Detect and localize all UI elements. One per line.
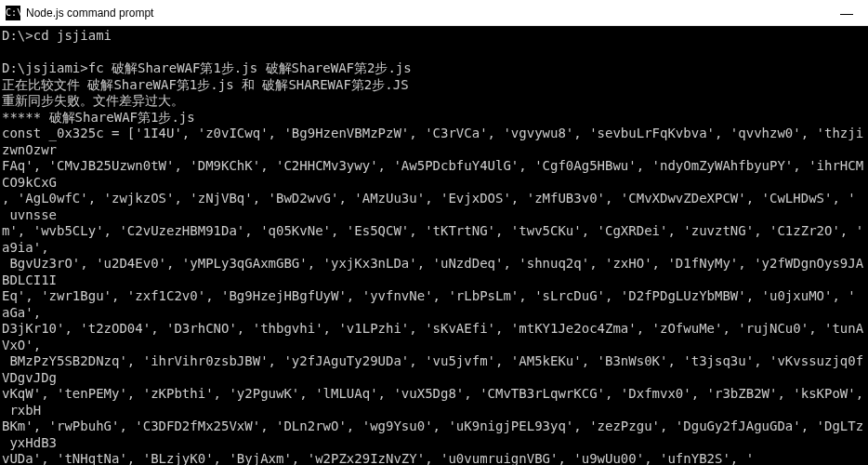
- window-controls: —: [825, 0, 868, 25]
- terminal-line: rxbH: [2, 403, 868, 419]
- terminal-line: FAq', 'CMvJB25Uzwn0tW', 'DM9KChK', 'C2HH…: [2, 158, 868, 175]
- terminal-line: D3jKr10', 't2zOD04', 'D3rhCNO', 'thbgvhi…: [2, 321, 868, 338]
- terminal-line: BMzPzY5SB2DNzq', 'ihrVihr0zsbJBW', 'y2fJ…: [2, 353, 868, 370]
- minimize-button[interactable]: —: [825, 0, 868, 25]
- terminal-line: CO9kCxG: [2, 175, 868, 192]
- terminal-line: vUDa', 'tNHqtNa', 'BLzjyK0', 'ByjAxm', '…: [2, 451, 868, 465]
- terminal-line: 正在比较文件 破解ShareWAF第1步.js 和 破解SHAREWAF第2步.…: [2, 77, 868, 94]
- terminal-line: BDLCI1I: [2, 272, 868, 289]
- terminal-line: m', 'wvb5CLy', 'C2vUzezHBM91Da', 'q05KvN…: [2, 223, 868, 240]
- terminal-line: VxO',: [2, 338, 868, 354]
- terminal-line: const _0x325c = ['1I4U', 'z0vICwq', 'Bg9…: [2, 126, 868, 142]
- terminal-line: zwnOzwr: [2, 142, 868, 159]
- terminal-line: aGa',: [2, 305, 868, 322]
- window-title: Node.js command prompt: [26, 7, 825, 20]
- terminal-line: uvnsse: [2, 207, 868, 224]
- terminal-line: D:\jsjiami>fc 破解ShareWAF第1步.js 破解ShareWA…: [2, 60, 868, 77]
- terminal-line: 重新同步失败。文件差异过大。: [2, 93, 868, 110]
- terminal-line: vKqW', 'tenPEMy', 'zKPbthi', 'y2PguwK', …: [2, 386, 868, 403]
- terminal-line: D:\>cd jsjiami: [2, 28, 868, 45]
- cmd-icon: C:\: [6, 6, 20, 20]
- window: C:\ Node.js command prompt — D:\>cd jsji…: [0, 0, 868, 465]
- terminal-line: Eq', 'zwr1Bgu', 'zxf1C2v0', 'Bg9HzejHBgf…: [2, 288, 868, 305]
- terminal-line: [2, 45, 868, 61]
- terminal-line: BgvUz3rO', 'u2D4Ev0', 'yMPLy3qGAxmGBG', …: [2, 256, 868, 272]
- terminal-line: BKm', 'rwPbuhG', 'C3DFD2fMx25VxW', 'DLn2…: [2, 418, 868, 435]
- terminal-line: VDgvJDg: [2, 370, 868, 387]
- terminal-line: yxHdB3: [2, 435, 868, 452]
- terminal-line: , 'AgL0wfC', 'zwjkzOS', 'zNjVBq', 'BwD2w…: [2, 191, 868, 207]
- terminal-line: a9ia',: [2, 240, 868, 257]
- titlebar[interactable]: C:\ Node.js command prompt —: [0, 0, 868, 26]
- terminal-output[interactable]: D:\>cd jsjiami D:\jsjiami>fc 破解ShareWAF第…: [0, 26, 868, 465]
- terminal-line: ***** 破解ShareWAF第1步.js: [2, 110, 868, 126]
